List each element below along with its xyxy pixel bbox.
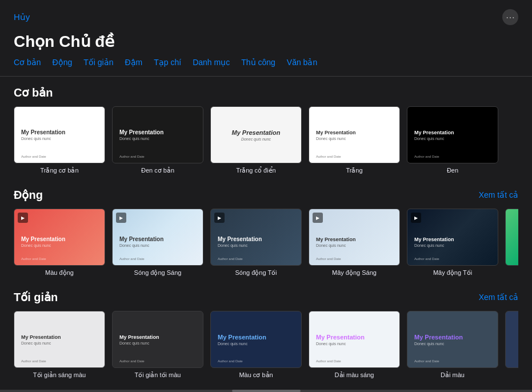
- thumb-label-white-basic: Trắng cơ bản: [40, 167, 78, 174]
- thumb-label-minimal-slate-light: Dải màu sáng: [335, 371, 374, 379]
- theme-minimal-navy[interactable]: My Presentation Donec quis nunc Author a…: [210, 311, 302, 379]
- thumb-label-minimal-dark: Tối giản tối màu: [135, 371, 181, 379]
- thumb-label-wave-dark: Sóng động Tối: [235, 269, 277, 277]
- thumb-card-minimal-navy: My Presentation Donec quis nunc Author a…: [210, 311, 302, 368]
- card-title: My Presentation: [218, 334, 294, 341]
- see-all-dong[interactable]: Xem tất cả: [479, 190, 518, 199]
- card-title: My Presentation: [414, 130, 491, 135]
- section-toi-gian: Tối giản Xem tất cả My Presentation Done…: [14, 290, 518, 379]
- thumb-label-minimal-light: Tối giản sáng màu: [33, 371, 86, 379]
- card-subtitle: Donec quis nunc: [414, 137, 491, 141]
- card-subtitle: Donec quis nunc: [316, 137, 393, 141]
- cancel-button[interactable]: Hủy: [14, 12, 30, 22]
- card-author: Author and Date: [218, 359, 243, 363]
- card-title: My Presentation: [316, 334, 393, 341]
- tab-danh-muc[interactable]: Danh mục: [193, 58, 230, 67]
- card-subtitle: Donec quis nunc: [241, 137, 271, 141]
- card-author: Author and Date: [316, 359, 341, 363]
- card-inner: My Presentation Donec quis nunc Author a…: [113, 107, 203, 163]
- theme-minimal-slate[interactable]: My Presentation Donec quis nunc Author a…: [407, 311, 498, 379]
- card-subtitle: Donec quis nunc: [21, 341, 98, 345]
- tab-dong[interactable]: Động: [53, 58, 73, 67]
- theme-white-basic[interactable]: My Presentation Donec quis nunc Author a…: [14, 106, 105, 174]
- thumb-card-partial: [505, 209, 518, 266]
- section-title-dong: Động: [14, 188, 43, 202]
- thumb-card-minimal-dark: My Presentation Donec quis nunc Author a…: [112, 311, 203, 368]
- theme-minimal-slate-light[interactable]: My Presentation Donec quis nunc Author a…: [309, 311, 400, 379]
- theme-extra-partial[interactable]: [505, 209, 518, 277]
- thumb-label-cloud-dark: Mây động Tối: [433, 269, 472, 277]
- settings-button[interactable]: ⋯: [502, 9, 518, 25]
- card-subtitle: Donec quis nunc: [119, 243, 196, 247]
- card-subtitle: Donec quis nunc: [218, 243, 294, 247]
- card-author: Author and Date: [119, 257, 145, 261]
- thumb-card-minimal-light: My Presentation Donec quis nunc Author a…: [14, 311, 105, 368]
- card-inner: My Presentation Donec quis nunc: [211, 107, 301, 163]
- thumb-card-minimal-slate-light: My Presentation Donec quis nunc Author a…: [309, 311, 400, 368]
- thumb-card-white-classic: My Presentation Donec quis nunc: [210, 106, 302, 163]
- card-subtitle: Donec quis nunc: [316, 342, 393, 346]
- thumb-card-wave-light: ▶ My Presentation Donec quis nunc Author…: [112, 209, 203, 266]
- thumb-card-cloud-dark: ▶ My Presentation Donec quis nunc Author…: [407, 209, 498, 266]
- theme-black[interactable]: My Presentation Donec quis nunc Author a…: [407, 106, 498, 174]
- more-icon: ⋯: [506, 12, 515, 23]
- card-title: My Presentation: [119, 129, 196, 135]
- section-dong: Động Xem tất cả ▶ My Presentation Donec …: [14, 188, 518, 277]
- section-header-co-ban: Cơ bản: [14, 86, 518, 99]
- tab-dam[interactable]: Đậm: [125, 58, 143, 67]
- card-title: My Presentation: [218, 236, 294, 242]
- thumb-label-minimal-navy: Màu cơ bản: [239, 371, 273, 379]
- scroll-thumb: [232, 390, 301, 392]
- dynamic-grid: ▶ My Presentation Donec quis nunc Author…: [14, 209, 518, 277]
- card-title: My Presentation: [316, 130, 393, 135]
- card-author: Author and Date: [21, 257, 46, 261]
- thumb-label-black-basic: Đen cơ bản: [141, 167, 174, 174]
- card-author: Author and Date: [21, 359, 46, 363]
- thumb-card-wave-dark: ▶ My Presentation Donec quis nunc Author…: [210, 209, 302, 266]
- card-inner: My Presentation Donec quis nunc Author a…: [309, 209, 399, 265]
- thumb-label-white: Trắng: [346, 167, 362, 174]
- card-author: Author and Date: [119, 359, 145, 363]
- thumb-label-white-classic: Trắng cổ điển: [236, 167, 276, 174]
- tab-co-ban[interactable]: Cơ bản: [14, 58, 41, 67]
- theme-wave-light[interactable]: ▶ My Presentation Donec quis nunc Author…: [112, 209, 203, 277]
- tab-tap-chi[interactable]: Tạp chí: [154, 58, 181, 67]
- content-area: Cơ bản My Presentation Donec quis nunc A…: [0, 77, 532, 392]
- minimal-grid: My Presentation Donec quis nunc Author a…: [14, 311, 518, 379]
- tab-van-ban[interactable]: Văn bản: [287, 58, 317, 67]
- tab-toi-gian[interactable]: Tối giản: [83, 58, 113, 67]
- theme-extra-partial-2[interactable]: [505, 311, 518, 379]
- thumb-card-black-basic: My Presentation Donec quis nunc Author a…: [112, 106, 203, 163]
- card-title: My Presentation: [21, 334, 98, 340]
- theme-minimal-light[interactable]: My Presentation Donec quis nunc Author a…: [14, 311, 105, 379]
- card-inner: My Presentation Donec quis nunc Author a…: [113, 209, 203, 265]
- thumb-label-wave-light: Sóng động Sáng: [134, 269, 182, 277]
- theme-cloud-light[interactable]: ▶ My Presentation Donec quis nunc Author…: [309, 209, 400, 277]
- card-subtitle: Donec quis nunc: [316, 243, 393, 247]
- header: Hủy ⋯: [0, 0, 532, 30]
- card-inner: My Presentation Donec quis nunc Author a…: [14, 209, 105, 265]
- card-inner: My Presentation Donec quis nunc Author a…: [309, 311, 399, 367]
- card-subtitle: Donec quis nunc: [21, 137, 98, 141]
- card-author: Author and Date: [119, 155, 145, 158]
- card-inner: My Presentation Donec quis nunc Author a…: [14, 311, 105, 367]
- basic-grid: My Presentation Donec quis nunc Author a…: [14, 106, 518, 174]
- theme-white-classic[interactable]: My Presentation Donec quis nunc Trắng cổ…: [210, 106, 302, 174]
- thumb-card-white-basic: My Presentation Donec quis nunc Author a…: [14, 106, 105, 163]
- theme-black-basic[interactable]: My Presentation Donec quis nunc Author a…: [112, 106, 203, 174]
- thumb-card-cloud-light: ▶ My Presentation Donec quis nunc Author…: [309, 209, 400, 266]
- theme-wave-dark[interactable]: ▶ My Presentation Donec quis nunc Author…: [210, 209, 302, 277]
- theme-color-dynamic[interactable]: ▶ My Presentation Donec quis nunc Author…: [14, 209, 105, 277]
- card-title: My Presentation: [21, 129, 98, 135]
- theme-minimal-dark[interactable]: My Presentation Donec quis nunc Author a…: [112, 311, 203, 379]
- tab-thu-cong[interactable]: Thủ công: [241, 58, 275, 67]
- card-subtitle: Donec quis nunc: [414, 243, 491, 247]
- card-inner: My Presentation Donec quis nunc Author a…: [309, 107, 399, 163]
- see-all-toi-gian[interactable]: Xem tất cả: [479, 293, 518, 302]
- card-author: Author and Date: [21, 155, 46, 158]
- card-subtitle: Donec quis nunc: [119, 137, 196, 141]
- card-subtitle: Donec quis nunc: [218, 342, 294, 346]
- theme-cloud-dark[interactable]: ▶ My Presentation Donec quis nunc Author…: [407, 209, 498, 277]
- theme-white[interactable]: My Presentation Donec quis nunc Author a…: [309, 106, 400, 174]
- page-title: Chọn Chủ đề: [0, 30, 532, 58]
